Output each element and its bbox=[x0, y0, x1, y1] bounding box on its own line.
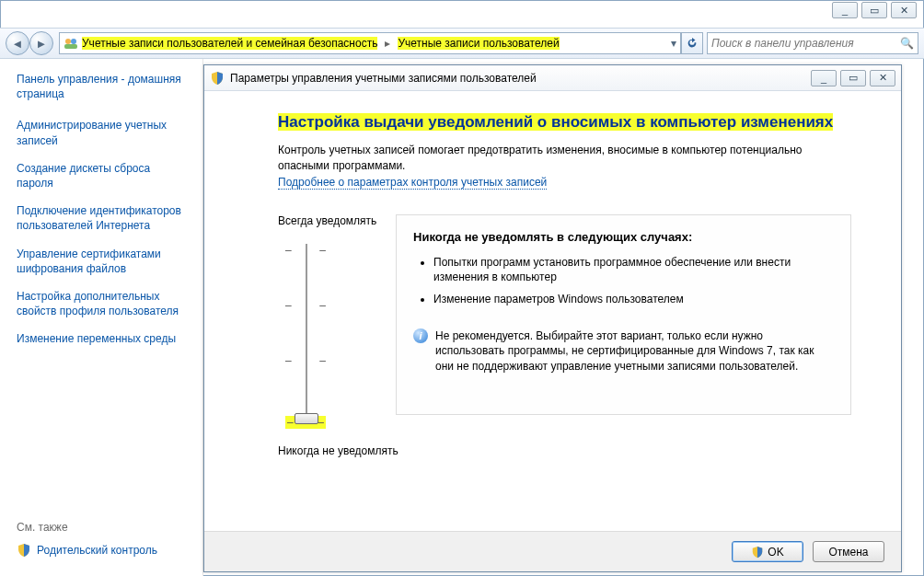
svg-rect-2 bbox=[64, 44, 77, 49]
close-button[interactable]: ✕ bbox=[891, 2, 917, 18]
subwindow-title: Параметры управления учетными записями п… bbox=[230, 72, 537, 85]
sub-maximize-button[interactable]: ▭ bbox=[840, 70, 866, 86]
subwindow-titlebar: Параметры управления учетными записями п… bbox=[204, 65, 901, 91]
parental-control-link[interactable]: Родительский контроль bbox=[17, 543, 157, 558]
user-accounts-icon bbox=[64, 36, 78, 51]
sidebar-task-3[interactable]: Управление сертификатами шифрования файл… bbox=[17, 247, 186, 276]
slider-bottom-label: Никогда не уведомлять bbox=[278, 444, 388, 457]
search-icon[interactable]: 🔍 bbox=[900, 37, 914, 50]
breadcrumb-dropdown-icon[interactable]: ▾ bbox=[671, 37, 676, 50]
refresh-button[interactable] bbox=[681, 32, 703, 54]
page-description: Контроль учетных записей помогает предот… bbox=[278, 143, 851, 174]
breadcrumb[interactable]: Учетные записи пользователей и семейная … bbox=[59, 32, 681, 54]
uac-settings-window: Параметры управления учетными записями п… bbox=[203, 64, 902, 572]
detail-bullet-0: Попытки программ установить программное … bbox=[433, 255, 834, 284]
breadcrumb-chevron-icon: ▸ bbox=[381, 37, 394, 50]
svg-point-1 bbox=[71, 39, 76, 44]
back-button[interactable]: ◄ bbox=[6, 31, 29, 55]
slider-thumb[interactable] bbox=[295, 413, 318, 424]
outer-window-controls: _ ▭ ✕ bbox=[830, 0, 918, 20]
shield-icon bbox=[17, 543, 31, 558]
detail-title: Никогда не уведомлять в следующих случая… bbox=[413, 230, 834, 244]
sidebar-task-4[interactable]: Настройка дополнительных свойств профиля… bbox=[17, 289, 186, 318]
sidebar: Панель управления - домашняя страница Ад… bbox=[0, 59, 203, 576]
sidebar-task-5[interactable]: Изменение переменных среды bbox=[17, 331, 186, 346]
minimize-button[interactable]: _ bbox=[832, 2, 858, 18]
see-also-label: См. также bbox=[17, 521, 157, 534]
forward-button[interactable]: ► bbox=[29, 31, 53, 55]
page-heading: Настройка выдачи уведомлений о вносимых … bbox=[278, 113, 833, 131]
breadcrumb-segment-1[interactable]: Учетные записи пользователей и семейная … bbox=[82, 37, 377, 50]
shield-icon bbox=[210, 71, 225, 86]
detail-note: Не рекомендуется. Выбирайте этот вариант… bbox=[435, 328, 834, 374]
uac-slider[interactable]: –– –– –– –– bbox=[278, 235, 333, 437]
sub-minimize-button[interactable]: _ bbox=[811, 70, 837, 86]
sidebar-task-2[interactable]: Подключение идентификаторов пользователе… bbox=[17, 203, 186, 233]
maximize-button[interactable]: ▭ bbox=[861, 2, 887, 18]
sidebar-task-0[interactable]: Администрирование учетных записей bbox=[17, 118, 186, 147]
dialog-button-row: OK Отмена bbox=[204, 531, 901, 571]
shield-icon bbox=[751, 546, 764, 559]
learn-more-link[interactable]: Подробнее о параметрах контроля учетных … bbox=[278, 176, 547, 190]
cancel-button[interactable]: Отмена bbox=[813, 541, 884, 562]
ok-button[interactable]: OK bbox=[732, 541, 803, 562]
svg-point-0 bbox=[65, 39, 71, 44]
breadcrumb-segment-2[interactable]: Учетные записи пользователей bbox=[398, 37, 559, 50]
sub-close-button[interactable]: ✕ bbox=[870, 70, 895, 86]
search-input[interactable]: Поиск в панели управления 🔍 bbox=[707, 32, 918, 54]
slider-top-label: Всегда уведомлять bbox=[278, 214, 388, 227]
detail-bullet-1: Изменение параметров Windows пользовател… bbox=[433, 292, 834, 306]
sidebar-task-1[interactable]: Создание дискеты сброса пароля bbox=[17, 161, 186, 190]
address-toolbar: ◄ ► Учетные записи пользователей и семей… bbox=[0, 28, 924, 59]
control-panel-home-link[interactable]: Панель управления - домашняя страница bbox=[17, 72, 186, 101]
search-placeholder: Поиск в панели управления bbox=[711, 37, 854, 50]
info-icon: i bbox=[413, 328, 428, 343]
slider-description-panel: Никогда не уведомлять в следующих случая… bbox=[396, 214, 851, 415]
